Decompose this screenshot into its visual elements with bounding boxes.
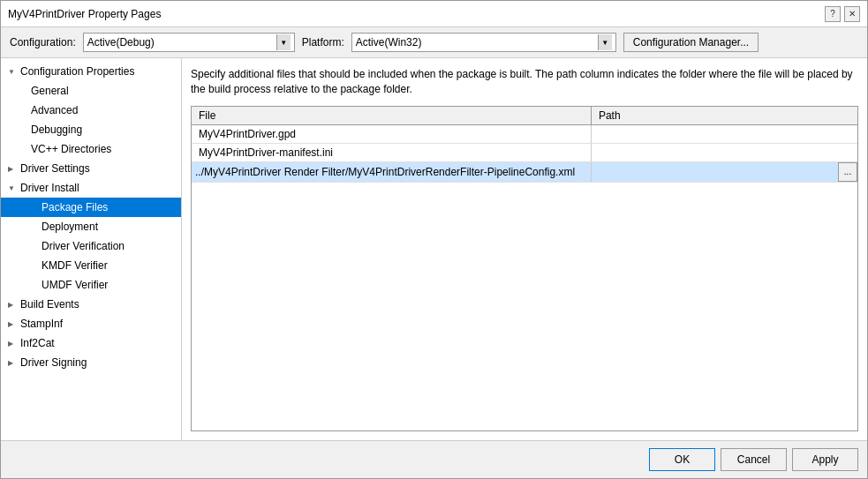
sidebar-item-label: Driver Verification — [42, 240, 125, 252]
sidebar-item-vc-dirs[interactable]: VC++ Directories — [1, 139, 181, 159]
path-cell[interactable] — [591, 124, 857, 143]
platform-dropdown-arrow[interactable]: ▼ — [598, 34, 612, 50]
toolbar: Configuration: Active(Debug) ▼ Platform:… — [1, 27, 867, 58]
apply-button[interactable]: Apply — [792, 448, 858, 471]
sidebar-item-advanced[interactable]: Advanced — [1, 101, 181, 120]
path-cell[interactable] — [591, 143, 857, 161]
sidebar-item-label: UMDF Verifier — [42, 279, 108, 291]
table-row: MyV4PrintDriver-manifest.ini — [192, 143, 857, 161]
sidebar-item-umdf-verifier[interactable]: UMDF Verifier — [1, 275, 181, 295]
sidebar-item-driver-install[interactable]: ▼Driver Install — [1, 178, 181, 198]
sidebar-item-label: Driver Settings — [20, 162, 90, 175]
sidebar-item-label: Inf2Cat — [20, 337, 55, 349]
file-cell[interactable] — [192, 161, 591, 182]
sidebar-item-package-files[interactable]: Package Files — [1, 198, 181, 217]
sidebar-item-label: General — [31, 85, 69, 97]
window-title: MyV4PrintDriver Property Pages — [8, 8, 161, 20]
file-input[interactable] — [192, 165, 591, 179]
expand-icon: ▶ — [8, 301, 19, 309]
files-table-container: File Path MyV4PrintDriver.gpd MyV4PrintD… — [191, 106, 858, 431]
content-area: Specify additional files that should be … — [182, 58, 867, 440]
main-window: MyV4PrintDriver Property Pages ? ✕ Confi… — [0, 0, 868, 479]
content-description: Specify additional files that should be … — [191, 67, 858, 97]
col-header-file: File — [192, 107, 591, 125]
expand-icon: ▶ — [8, 320, 19, 328]
sidebar-item-label: StampInf — [20, 318, 63, 330]
sidebar-item-kmdf-verifier[interactable]: KMDF Verifier — [1, 256, 181, 275]
sidebar-item-label: Configuration Properties — [20, 65, 134, 78]
cancel-button[interactable]: Cancel — [721, 448, 787, 471]
sidebar-item-stampinf[interactable]: ▶StampInf — [1, 314, 181, 333]
sidebar-item-label: Advanced — [31, 104, 78, 116]
platform-label: Platform: — [302, 36, 344, 49]
sidebar-item-driver-signing[interactable]: ▶Driver Signing — [1, 353, 181, 372]
sidebar-item-general[interactable]: General — [1, 81, 181, 101]
sidebar-item-config-props[interactable]: ▼Configuration Properties — [1, 62, 181, 81]
sidebar-item-driver-verification[interactable]: Driver Verification — [1, 236, 181, 256]
sidebar-item-debugging[interactable]: Debugging — [1, 120, 181, 139]
sidebar-item-label: VC++ Directories — [31, 143, 111, 155]
platform-dropdown[interactable]: Active(Win32) ▼ — [351, 33, 616, 52]
table-row: ... — [192, 161, 857, 182]
sidebar-item-label: Driver Signing — [20, 356, 87, 369]
expand-icon: ▶ — [8, 340, 19, 348]
main-area: ▼Configuration PropertiesGeneralAdvanced… — [1, 58, 867, 440]
config-label: Configuration: — [10, 36, 76, 49]
sidebar: ▼Configuration PropertiesGeneralAdvanced… — [1, 58, 182, 440]
expand-icon: ▼ — [8, 184, 19, 192]
configuration-dropdown[interactable]: Active(Debug) ▼ — [83, 33, 295, 52]
sidebar-item-label: Deployment — [42, 221, 98, 233]
platform-value: Active(Win32) — [356, 36, 598, 49]
sidebar-item-label: Package Files — [42, 201, 108, 213]
path-cell[interactable]: ... — [591, 161, 857, 182]
close-button[interactable]: ✕ — [844, 6, 860, 22]
table-row: MyV4PrintDriver.gpd — [192, 124, 857, 143]
path-input[interactable] — [592, 165, 838, 179]
file-cell[interactable]: MyV4PrintDriver-manifest.ini — [192, 143, 591, 161]
help-button[interactable]: ? — [825, 6, 841, 22]
file-cell[interactable]: MyV4PrintDriver.gpd — [192, 124, 591, 143]
title-bar: MyV4PrintDriver Property Pages ? ✕ — [1, 1, 867, 27]
sidebar-item-build-events[interactable]: ▶Build Events — [1, 295, 181, 314]
col-header-path: Path — [591, 107, 857, 125]
sidebar-item-inf2cat[interactable]: ▶Inf2Cat — [1, 333, 181, 353]
sidebar-item-label: Driver Install — [20, 182, 79, 194]
sidebar-item-label: KMDF Verifier — [42, 259, 108, 272]
bottom-bar: OK Cancel Apply — [1, 440, 867, 478]
config-dropdown-arrow[interactable]: ▼ — [276, 34, 291, 50]
sidebar-item-deployment[interactable]: Deployment — [1, 217, 181, 236]
ok-button[interactable]: OK — [649, 448, 715, 471]
expand-icon: ▼ — [8, 68, 19, 76]
sidebar-item-label: Build Events — [20, 298, 79, 311]
config-value: Active(Debug) — [87, 36, 276, 49]
expand-icon: ▶ — [8, 165, 19, 173]
sidebar-item-driver-settings[interactable]: ▶Driver Settings — [1, 159, 181, 178]
expand-icon: ▶ — [8, 359, 19, 367]
configuration-manager-button[interactable]: Configuration Manager... — [623, 33, 759, 52]
browse-button[interactable]: ... — [838, 162, 857, 182]
title-bar-controls: ? ✕ — [825, 6, 860, 22]
files-table: File Path MyV4PrintDriver.gpd MyV4PrintD… — [192, 107, 857, 183]
sidebar-item-label: Debugging — [31, 123, 82, 136]
